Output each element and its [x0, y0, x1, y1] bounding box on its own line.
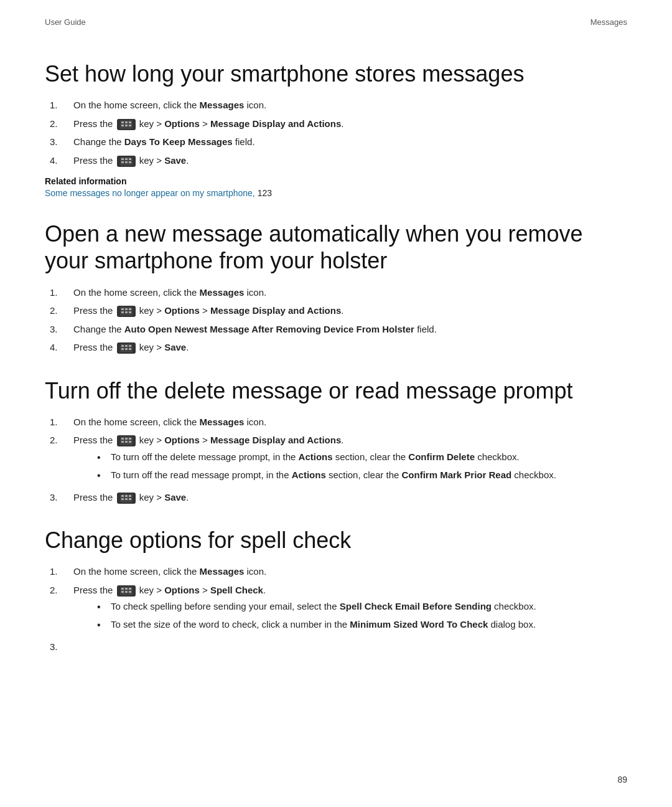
blackberry-key-icon — [117, 156, 136, 167]
svg-rect-11 — [121, 161, 124, 163]
step-item: On the home screen, click the Messages i… — [45, 565, 627, 579]
svg-rect-46 — [121, 591, 124, 593]
step-item: Press the key > Options > Message Displa… — [45, 304, 627, 318]
svg-rect-1 — [121, 121, 124, 123]
step-item: Press the key > Options > Spell Check.To… — [45, 583, 627, 636]
svg-rect-31 — [129, 438, 131, 440]
svg-rect-41 — [129, 498, 131, 500]
step-item: Press the key > Options > Message Displa… — [45, 433, 627, 486]
svg-rect-16 — [125, 308, 128, 310]
step-item: Press the key > Options > Message Displa… — [45, 117, 627, 131]
step-item: Press the key > Save. — [45, 341, 627, 355]
step-item: Press the key > Save. — [45, 154, 627, 168]
blackberry-key-icon — [117, 306, 136, 317]
step-item: Press the key > Save. — [45, 491, 627, 505]
svg-rect-17 — [129, 308, 131, 310]
svg-rect-44 — [125, 588, 128, 590]
svg-rect-6 — [129, 125, 131, 126]
page-number: 89 — [617, 775, 627, 785]
header-left: User Guide — [45, 17, 86, 27]
blackberry-key-icon — [117, 342, 136, 354]
svg-rect-23 — [125, 345, 128, 347]
svg-rect-48 — [129, 591, 131, 593]
step-item: On the home screen, click the Messages i… — [45, 98, 627, 113]
blackberry-key-icon — [117, 493, 136, 504]
step-item: Change the Days To Keep Messages field. — [45, 135, 627, 149]
page-content: Set how long your smartphone stores mess… — [0, 27, 672, 698]
svg-rect-8 — [121, 158, 124, 160]
svg-rect-39 — [121, 498, 124, 500]
bullet-item: To turn off the delete message prompt, i… — [97, 450, 627, 465]
svg-rect-20 — [129, 311, 131, 313]
blackberry-key-icon — [117, 435, 136, 446]
svg-rect-10 — [129, 158, 131, 160]
svg-rect-37 — [125, 495, 128, 497]
steps-list-section3: On the home screen, click the Messages i… — [45, 415, 627, 505]
svg-rect-4 — [121, 125, 124, 126]
step-item — [45, 640, 627, 654]
svg-rect-32 — [121, 441, 124, 443]
svg-rect-12 — [125, 161, 128, 163]
header-right: Messages — [590, 17, 627, 27]
svg-rect-2 — [125, 121, 128, 123]
svg-rect-13 — [129, 161, 131, 163]
steps-list-section1: On the home screen, click the Messages i… — [45, 98, 627, 168]
blackberry-key-icon — [117, 119, 136, 130]
step-item: On the home screen, click the Messages i… — [45, 415, 627, 430]
svg-rect-18 — [121, 311, 124, 313]
steps-list-section4: On the home screen, click the Messages i… — [45, 565, 627, 654]
step-item: On the home screen, click the Messages i… — [45, 286, 627, 300]
blackberry-key-icon — [117, 585, 136, 597]
bullet-item: To set the size of the word to check, cl… — [97, 618, 627, 633]
svg-rect-29 — [121, 438, 124, 440]
svg-rect-27 — [129, 348, 131, 350]
svg-rect-45 — [129, 588, 131, 590]
svg-rect-40 — [125, 498, 128, 500]
step-item: Change the Auto Open Newest Message Afte… — [45, 323, 627, 337]
svg-rect-34 — [129, 441, 131, 443]
svg-rect-36 — [121, 495, 124, 497]
section-title-section1: Set how long your smartphone stores mess… — [45, 60, 627, 87]
related-info-link[interactable]: Some messages no longer appear on my sma… — [45, 188, 255, 198]
svg-rect-43 — [121, 588, 124, 590]
svg-rect-3 — [129, 121, 131, 123]
svg-rect-9 — [125, 158, 128, 160]
section-title-section3: Turn off the delete message or read mess… — [45, 377, 627, 404]
svg-rect-33 — [125, 441, 128, 443]
section-title-section2: Open a new message automatically when yo… — [45, 220, 627, 274]
svg-rect-30 — [125, 438, 128, 440]
bullet-item: To turn off the read message prompt, in … — [97, 468, 627, 483]
svg-rect-22 — [121, 345, 124, 347]
section-title-section4: Change options for spell check — [45, 527, 627, 554]
svg-rect-38 — [129, 495, 131, 497]
related-info-label: Related information — [45, 176, 627, 186]
svg-rect-15 — [121, 308, 124, 310]
bullet-item: To check spelling before sending your em… — [97, 600, 627, 615]
steps-list-section2: On the home screen, click the Messages i… — [45, 286, 627, 355]
svg-rect-26 — [125, 348, 128, 350]
svg-rect-19 — [125, 311, 128, 313]
svg-rect-25 — [121, 348, 124, 350]
related-info-page-num: 123 — [255, 188, 272, 198]
svg-rect-5 — [125, 125, 128, 126]
svg-rect-24 — [129, 345, 131, 347]
svg-rect-47 — [125, 591, 128, 593]
related-info: Related informationSome messages no long… — [45, 176, 627, 198]
